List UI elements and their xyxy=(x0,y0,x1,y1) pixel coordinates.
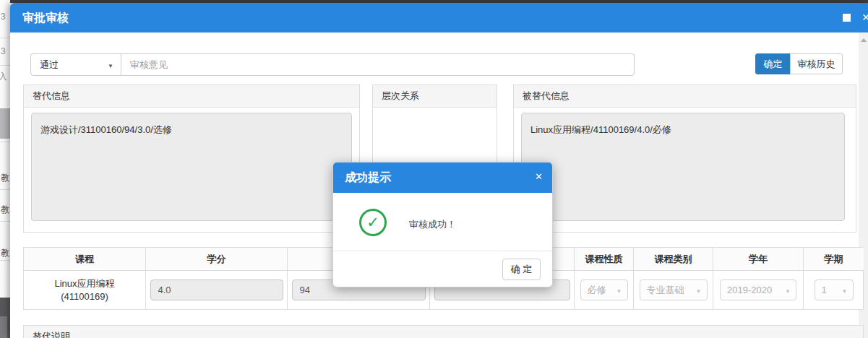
replacement-info-panel: 替代信息 游戏设计/31100160/94/3.0/选修 xyxy=(23,84,360,233)
review-comment-input[interactable] xyxy=(121,53,635,76)
column-header: 学年 xyxy=(713,248,803,271)
divider xyxy=(0,38,10,38)
decision-select-value: 通过 xyxy=(40,59,59,70)
background-fragment: 3 xyxy=(1,46,6,56)
course-category-select: 专业基础 xyxy=(640,280,708,300)
term-value: 1 xyxy=(822,285,827,295)
background-block xyxy=(0,108,10,139)
year-cell: 2019-2020 xyxy=(713,271,803,309)
review-history-button[interactable]: 审核历史 xyxy=(790,53,843,74)
approval-modal-header: 审批审核 ✕ xyxy=(10,3,868,32)
divider xyxy=(0,260,10,261)
column-header: 课程类别 xyxy=(633,248,713,271)
background-fragment: 3 xyxy=(1,12,6,22)
panel-title: 替代说明 xyxy=(24,326,863,338)
background-sliver: 3 3 入 教 教 教 xyxy=(0,0,10,338)
course-nature-select: 必修 xyxy=(580,280,628,300)
course-code: (41100169) xyxy=(61,290,108,303)
column-header: 学期 xyxy=(803,248,864,271)
academic-year-value: 2019-2020 xyxy=(727,285,772,295)
background-block xyxy=(0,316,7,338)
screen: 3 3 入 教 教 教 审批审核 ✕ 通过 确定 审核历史 替代信息 游戏设计/… xyxy=(0,0,868,338)
divider xyxy=(0,65,10,66)
replacement-info-content: 游戏设计/31100160/94/3.0/选修 xyxy=(31,113,352,221)
credit-input xyxy=(150,280,283,300)
close-icon[interactable]: ✕ xyxy=(861,12,868,23)
scroll-up-icon[interactable] xyxy=(861,38,867,42)
nature-cell: 必修 xyxy=(574,271,633,309)
term-select: 1 xyxy=(815,280,854,300)
success-dialog-header: 成功提示 ✕ xyxy=(333,162,552,193)
background-fragment: 教 xyxy=(1,247,9,259)
divider xyxy=(0,142,10,142)
background-fragment: 入 xyxy=(0,71,7,83)
caret-down-icon xyxy=(108,54,113,77)
category-cell: 专业基础 xyxy=(633,271,713,309)
dialog-ok-button[interactable]: 确 定 xyxy=(502,259,541,280)
academic-year-select: 2019-2020 xyxy=(720,280,796,300)
divider xyxy=(0,221,10,222)
panel-title: 层次关系 xyxy=(373,85,497,108)
column-header: 课程 xyxy=(24,248,145,271)
replaced-info-panel: 被替代信息 Linux应用编程/41100169/4.0/必修 xyxy=(513,84,856,233)
modal-title: 审批审核 xyxy=(22,3,69,32)
replacement-note-panel: 替代说明 xyxy=(23,325,864,338)
success-message: 审核成功！ xyxy=(409,218,456,231)
maximize-icon[interactable] xyxy=(843,14,851,22)
course-nature-value: 必修 xyxy=(588,285,606,295)
caret-down-icon xyxy=(785,280,791,301)
column-header: 课程性质 xyxy=(574,248,633,271)
background-fragment: 教 xyxy=(1,172,9,184)
column-header: 学分 xyxy=(145,248,287,271)
caret-down-icon xyxy=(696,280,702,301)
divider xyxy=(0,189,10,190)
dialog-title: 成功提示 xyxy=(345,162,391,193)
success-check-icon: ✓ xyxy=(359,209,387,236)
success-dialog-body: ✓ 审核成功！ xyxy=(333,193,552,251)
success-dialog: 成功提示 ✕ ✓ 审核成功！ 确 定 xyxy=(332,162,553,287)
panel-title: 替代信息 xyxy=(24,85,359,108)
success-dialog-footer: 确 定 xyxy=(333,251,552,287)
course-category-value: 专业基础 xyxy=(647,285,684,295)
course-cell: Linux应用编程 (41100169) xyxy=(24,271,145,309)
course-name: Linux应用编程 xyxy=(54,277,114,290)
credit-cell xyxy=(145,271,287,309)
caret-down-icon xyxy=(842,280,848,301)
confirm-button[interactable]: 确定 xyxy=(755,53,791,74)
close-icon[interactable]: ✕ xyxy=(535,171,543,182)
caret-down-icon xyxy=(616,280,622,301)
panel-title: 被替代信息 xyxy=(514,85,856,108)
term-cell: 1 xyxy=(803,271,864,309)
replaced-info-content: Linux应用编程/41100169/4.0/必修 xyxy=(521,113,845,221)
decision-select[interactable]: 通过 xyxy=(30,53,121,76)
background-fragment: 教 xyxy=(1,204,9,216)
